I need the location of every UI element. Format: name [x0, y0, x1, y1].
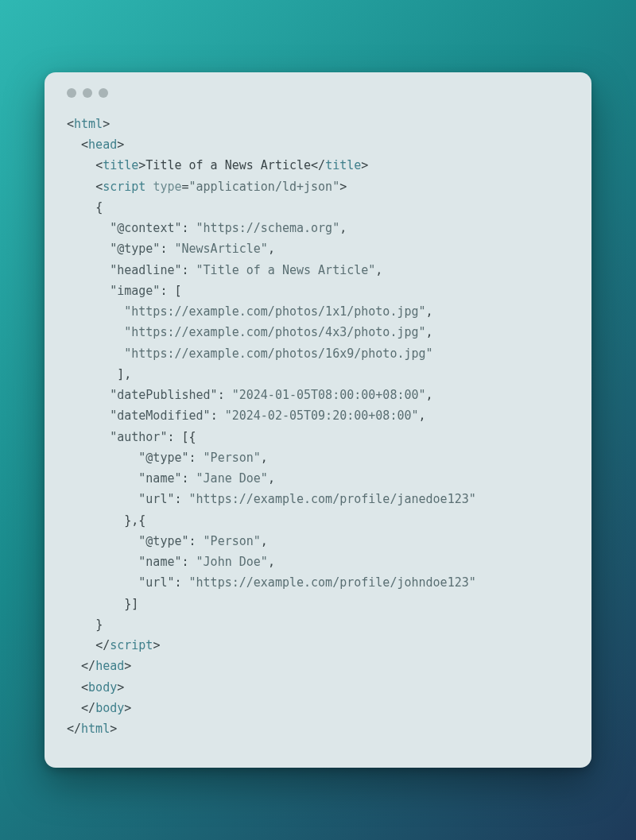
traffic-light-dot	[99, 88, 108, 98]
traffic-light-dot	[67, 88, 76, 98]
traffic-light-dot	[83, 88, 92, 98]
code-window: <html> <head> <title>Title of a News Art…	[45, 72, 591, 768]
window-titlebar	[67, 88, 569, 98]
code-block: <html> <head> <title>Title of a News Art…	[67, 114, 569, 740]
